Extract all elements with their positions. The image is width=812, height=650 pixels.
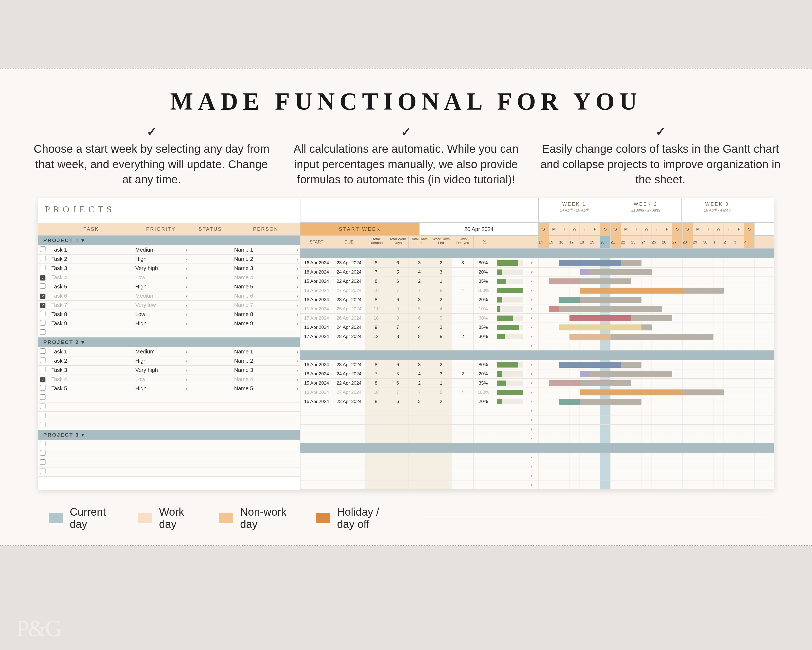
priority-dropdown[interactable]: Very high [133,367,189,373]
task-checkbox[interactable] [38,468,49,475]
person-dropdown[interactable]: Name 1 [232,349,300,355]
person-dropdown[interactable]: Name 4 [232,274,300,281]
task-name[interactable]: Task 6 [49,293,133,299]
start-date[interactable]: 18 Apr 2024 [301,268,333,277]
gantt-bar[interactable] [580,269,652,275]
percent-value[interactable]: 35% [474,379,495,388]
start-date[interactable]: 17 Apr 2024 [301,314,333,323]
color-dropdown[interactable] [525,323,539,332]
task-name[interactable]: Task 5 [49,385,133,392]
due-date[interactable]: 25 Apr 2024 [333,304,365,314]
due-date[interactable]: 23 Apr 2024 [333,295,365,304]
start-date[interactable]: 18 Apr 2024 [301,388,333,397]
task-name[interactable]: Task 9 [49,320,133,327]
task-checkbox[interactable] [38,450,49,457]
task-checkbox[interactable] [38,255,49,262]
start-date[interactable]: 18 Apr 2024 [301,369,333,378]
priority-dropdown[interactable]: High [133,385,189,392]
task-name[interactable]: Task 5 [49,284,133,290]
percent-value[interactable] [474,416,495,424]
percent-value[interactable]: 35% [474,277,495,286]
start-date[interactable]: 15 Apr 2024 [301,277,333,286]
color-dropdown[interactable] [525,314,539,323]
priority-dropdown[interactable]: High [133,256,189,262]
person-dropdown[interactable]: Name 3 [232,367,300,373]
priority-dropdown[interactable]: Medium [133,293,189,299]
task-checkbox[interactable] [38,404,49,410]
person-dropdown[interactable]: Name 2 [232,358,300,364]
start-date[interactable] [301,425,333,434]
task-checkbox[interactable] [38,348,49,355]
percent-value[interactable] [474,425,495,434]
percent-value[interactable] [474,341,495,350]
task-checkbox[interactable] [38,394,49,401]
color-dropdown[interactable] [525,406,539,415]
gantt-bar[interactable] [580,371,672,377]
color-dropdown[interactable] [525,462,539,471]
task-checkbox[interactable]: ✓ [38,274,49,281]
percent-value[interactable] [474,462,495,471]
color-dropdown[interactable] [525,268,539,277]
color-dropdown[interactable] [525,258,539,267]
color-dropdown[interactable] [525,397,539,406]
person-dropdown[interactable]: Name 3 [232,265,300,271]
task-checkbox[interactable]: ✓ [38,302,49,308]
project-section-header[interactable]: PROJECT 3 ▾ [38,430,300,440]
percent-value[interactable] [474,434,495,443]
task-checkbox[interactable]: ✓ [38,293,49,299]
color-dropdown[interactable] [525,480,539,489]
percent-value[interactable]: 100% [474,388,495,397]
priority-dropdown[interactable]: Low [133,311,189,317]
person-dropdown[interactable]: Name 5 [232,385,300,392]
color-dropdown[interactable] [525,277,539,286]
percent-value[interactable]: 60% [474,314,495,323]
priority-dropdown[interactable]: Very high [133,265,189,271]
percent-value[interactable] [474,471,495,480]
priority-dropdown[interactable]: High [133,320,189,327]
priority-dropdown[interactable]: High [133,358,189,364]
start-date[interactable] [301,453,333,462]
start-date[interactable] [301,434,333,443]
priority-dropdown[interactable]: High [133,284,189,290]
person-dropdown[interactable]: Name 1 [232,247,300,253]
task-name[interactable]: Task 8 [49,311,133,317]
percent-value[interactable]: 10% [474,304,495,314]
due-date[interactable]: 24 Apr 2024 [333,268,365,277]
task-checkbox[interactable] [38,320,49,327]
percent-value[interactable] [474,406,495,415]
percent-value[interactable]: 20% [474,369,495,378]
percent-value[interactable]: 20% [474,397,495,406]
task-checkbox[interactable] [38,367,49,373]
task-name[interactable]: Task 2 [49,358,133,364]
start-date[interactable] [301,480,333,489]
due-date[interactable]: 24 Apr 2024 [333,369,365,378]
start-date[interactable]: 18 Apr 2024 [301,286,333,295]
due-date[interactable]: 22 Apr 2024 [333,379,365,388]
person-dropdown[interactable]: Name 6 [232,293,300,299]
start-date[interactable]: 16 Apr 2024 [301,397,333,406]
priority-dropdown[interactable]: Medium [133,349,189,355]
person-dropdown[interactable]: Name 5 [232,284,300,290]
task-checkbox[interactable] [38,441,49,448]
due-date[interactable] [333,341,365,350]
color-dropdown[interactable] [525,341,539,350]
person-dropdown[interactable]: Name 2 [232,256,300,262]
task-name[interactable]: Task 2 [49,256,133,262]
task-checkbox[interactable] [38,413,49,419]
percent-value[interactable]: 20% [474,295,495,304]
due-date[interactable] [333,453,365,462]
person-dropdown[interactable]: Name 8 [232,311,300,317]
percent-value[interactable] [474,480,495,489]
person-dropdown[interactable]: Name 4 [232,376,300,382]
due-date[interactable] [333,425,365,434]
task-name[interactable]: Task 3 [49,265,133,271]
color-dropdown[interactable] [525,295,539,304]
start-date[interactable]: 16 Apr 2024 [301,323,333,332]
color-dropdown[interactable] [525,471,539,480]
due-date[interactable] [333,462,365,471]
task-checkbox[interactable] [38,329,49,336]
percent-value[interactable] [474,453,495,462]
percent-value[interactable]: 100% [474,286,495,295]
task-name[interactable]: Task 1 [49,247,133,253]
task-checkbox[interactable] [38,311,49,318]
